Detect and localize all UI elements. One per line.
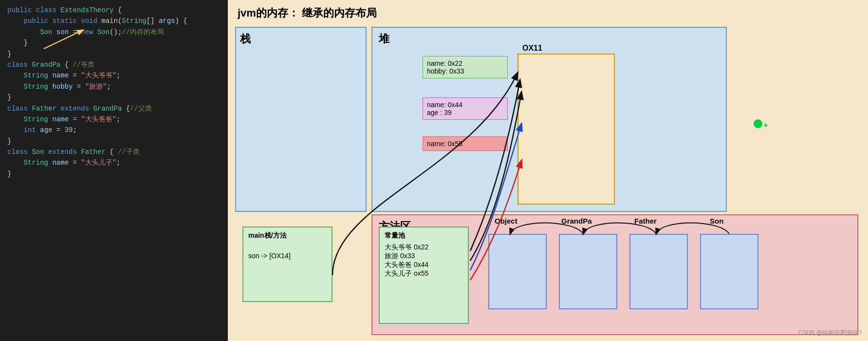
code-line-12: int age = 39; [7,125,221,135]
watermark: CSDN @你相信爱情吗？ [798,329,863,337]
class-box-grandpa [559,234,617,309]
constant-pool-title: 常量池 [385,231,463,240]
class-box-father [629,234,688,309]
class-label-grandpa: GrandPa [561,217,592,225]
code-line-11: String name = "大头爸爸"; [7,114,221,125]
grandpa-hobby: hobby: 0x33 [427,67,503,75]
jvm-panel: jvm的内存： 继承的内存布局 栈 堆 OX11 name: 0x22 hobb… [228,0,868,341]
code-line-13: } [7,136,221,147]
code-line-9: } [7,92,221,103]
code-line-7: String name = "大头爷爷"; [7,70,221,81]
cursor-plus: + [763,121,768,130]
code-line-6: class GrandPa { //爷类 [7,59,221,70]
class-label-object: Object [495,217,517,225]
class-label-father: Father [634,217,657,225]
cp-entry-4: 大头儿子 ox55 [385,269,463,278]
main-frame-title: main栈/方法 [248,231,327,240]
class-label-son: Son [710,217,723,225]
grandpa-fields: name: 0x22 hobby: 0x33 [423,56,508,78]
constant-pool: 常量池 大头爷爷 0x22 旅游 0x33 大头爸爸 0x44 大头儿子 ox5… [379,227,469,324]
cp-entry-1: 大头爷爷 0x22 [385,243,463,252]
code-panel: public class ExtendsTheory { public stat… [0,0,228,341]
code-line-10: class Father extends GrandPa {//父类 [7,103,221,114]
code-line-14: class Son extends Father { //子类 [7,147,221,157]
stack-area [235,27,367,212]
code-line-8: String hobby = "旅游"; [7,81,221,92]
code-line-16: } [7,169,221,179]
class-box-son [700,234,758,309]
arrow-annotation [29,25,107,52]
main-frame: main栈/方法 son -> [OX14] [242,227,332,302]
svg-line-0 [44,30,83,49]
son-fields: name: 0x55 [423,136,508,151]
heap-address-label: OX11 [522,44,542,53]
heap-label: 堆 [379,32,389,46]
cursor-dot [754,119,762,128]
father-name: name: 0x44 [427,101,503,109]
code-line-1: public class ExtendsTheory { [7,5,221,16]
father-fields: name: 0x44 age : 39 [423,97,508,120]
main-frame-son-ref: son -> [OX14] [248,252,327,260]
heap-outer-box [517,54,615,205]
grandpa-name: name: 0x22 [427,59,503,67]
father-age: age : 39 [427,109,503,116]
class-box-object [488,234,547,309]
cp-entry-3: 大头爸爸 0x44 [385,261,463,269]
son-name: name: 0x55 [427,140,503,148]
jvm-title: jvm的内存： 继承的内存布局 [228,0,868,26]
stack-label: 栈 [240,32,251,46]
code-line-15: String name = "大头儿子"; [7,157,221,168]
cp-entry-2: 旅游 0x33 [385,252,463,261]
